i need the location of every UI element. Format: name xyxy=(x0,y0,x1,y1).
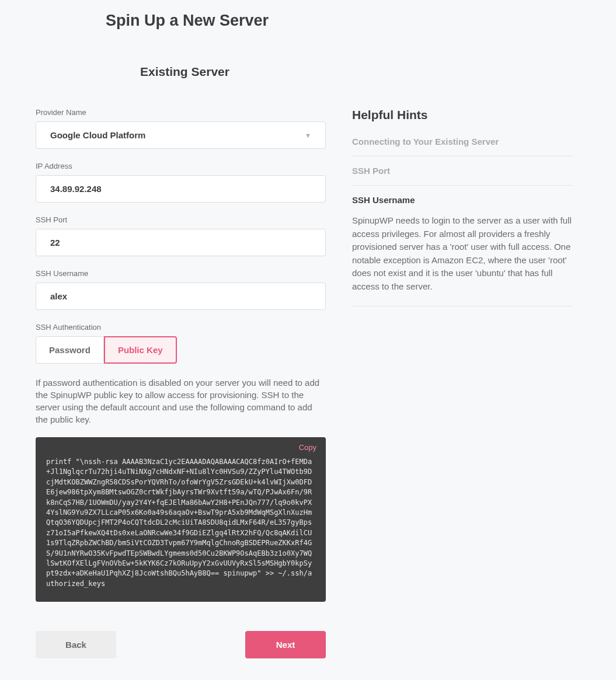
back-button[interactable]: Back xyxy=(36,631,116,658)
ssh-port-label: SSH Port xyxy=(36,215,326,224)
copy-button[interactable]: Copy xyxy=(299,443,316,452)
ssh-command-text: printf "\nssh-rsa AAAAB3NzaC1yc2EAAAADAQ… xyxy=(46,457,315,589)
hint-item-ssh-port[interactable]: SSH Port xyxy=(352,156,573,186)
hints-title: Helpful Hints xyxy=(352,108,573,122)
sub-title: Existing Server xyxy=(140,65,616,79)
provider-name-select[interactable]: Google Cloud Platform ▼ xyxy=(36,121,326,149)
ssh-username-input[interactable] xyxy=(36,283,326,310)
ip-address-label: IP Address xyxy=(36,162,326,170)
auth-public-key-button[interactable]: Public Key xyxy=(104,336,177,364)
hints-column: Helpful Hints Connecting to Your Existin… xyxy=(352,108,573,658)
provider-name-value: Google Cloud Platform xyxy=(50,130,145,140)
ssh-auth-toggle: Password Public Key xyxy=(36,336,326,364)
chevron-down-icon: ▼ xyxy=(305,132,311,139)
form-column: Provider Name Google Cloud Platform ▼ IP… xyxy=(36,108,326,658)
auth-password-button[interactable]: Password xyxy=(36,336,104,364)
ssh-command-block: Copy printf "\nssh-rsa AAAAB3NzaC1yc2EAA… xyxy=(36,437,326,602)
ssh-port-input[interactable] xyxy=(36,229,326,256)
hint-body: SpinupWP needs to login to the server as… xyxy=(352,214,573,306)
next-button[interactable]: Next xyxy=(245,631,326,658)
page-title: Spin Up a New Server xyxy=(106,12,616,30)
provider-name-label: Provider Name xyxy=(36,108,326,117)
ssh-auth-label: SSH Authentication xyxy=(36,323,326,332)
ssh-username-label: SSH Username xyxy=(36,269,326,278)
hint-item-ssh-username[interactable]: SSH Username xyxy=(352,186,573,214)
ip-address-input[interactable] xyxy=(36,175,326,203)
nav-buttons: Back Next xyxy=(36,631,326,658)
public-key-help-text: If password authentication is disabled o… xyxy=(36,376,326,426)
hint-item-connecting[interactable]: Connecting to Your Existing Server xyxy=(352,137,573,156)
